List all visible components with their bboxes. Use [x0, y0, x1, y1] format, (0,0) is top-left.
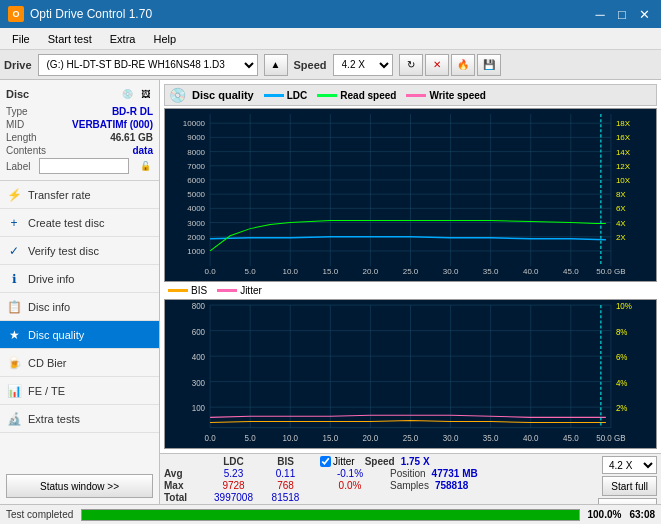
- bottom-legend-bar: BIS Jitter: [164, 284, 657, 297]
- svg-text:6000: 6000: [187, 176, 205, 185]
- svg-text:18X: 18X: [616, 119, 631, 128]
- total-bis: 81518: [263, 492, 308, 503]
- sidebar-item-cd-bier[interactable]: 🍺 CD Bier: [0, 349, 159, 377]
- menu-start-test[interactable]: Start test: [40, 29, 100, 49]
- sidebar-item-verify-test-disc[interactable]: ✓ Verify test disc: [0, 237, 159, 265]
- chart-area: 💿 Disc quality LDC Read speed Write spee…: [160, 80, 661, 453]
- disc-icon-1[interactable]: 💿: [119, 86, 135, 102]
- ldc-header: LDC: [206, 456, 261, 467]
- svg-text:10.0: 10.0: [282, 267, 298, 276]
- speed-select[interactable]: 4.2 X: [333, 54, 393, 76]
- menu-extra[interactable]: Extra: [102, 29, 144, 49]
- disc-mid-row: MID VERBATIMf (000): [6, 119, 153, 130]
- nav-disc-quality-label: Disc quality: [28, 329, 84, 341]
- sidebar-item-create-test-disc[interactable]: + Create test disc: [0, 209, 159, 237]
- svg-text:0.0: 0.0: [205, 434, 217, 443]
- svg-text:3000: 3000: [187, 219, 205, 228]
- burn-icon[interactable]: 🔥: [451, 54, 475, 76]
- start-part-button[interactable]: Start part: [598, 498, 657, 504]
- type-label: Type: [6, 106, 28, 117]
- samples-label: Samples: [390, 480, 429, 491]
- svg-text:0.0: 0.0: [205, 267, 217, 276]
- title-bar-controls[interactable]: ─ □ ✕: [591, 5, 653, 23]
- sidebar-item-transfer-rate[interactable]: ⚡ Transfer rate: [0, 181, 159, 209]
- eject-button[interactable]: ▲: [264, 54, 288, 76]
- pos-value: 47731 MB: [432, 468, 478, 479]
- stats-speed-select[interactable]: 4.2 X: [602, 456, 657, 474]
- disc-header: Disc 💿 🖼: [6, 86, 153, 102]
- disc-icon-2[interactable]: 🖼: [137, 86, 153, 102]
- drive-info-icon: ℹ: [6, 271, 22, 287]
- svg-text:30.0: 30.0: [443, 267, 459, 276]
- legend-read-speed: Read speed: [317, 90, 396, 101]
- legend-write-speed: Write speed: [406, 90, 486, 101]
- legend-read-label: Read speed: [340, 90, 396, 101]
- menu-file[interactable]: File: [4, 29, 38, 49]
- max-jitter: 0.0%: [320, 480, 380, 491]
- sidebar-item-disc-quality[interactable]: ★ Disc quality: [0, 321, 159, 349]
- cd-bier-icon: 🍺: [6, 355, 22, 371]
- legend-jitter-label: Jitter: [240, 285, 262, 296]
- svg-text:9000: 9000: [187, 133, 205, 142]
- svg-text:25.0: 25.0: [403, 434, 419, 443]
- drive-select[interactable]: (G:) HL-DT-ST BD-RE WH16NS48 1.D3: [38, 54, 258, 76]
- svg-text:6X: 6X: [616, 204, 626, 213]
- svg-text:100: 100: [192, 405, 206, 414]
- disc-info-icon: 📋: [6, 299, 22, 315]
- sidebar-item-extra-tests[interactable]: 🔬 Extra tests: [0, 405, 159, 433]
- svg-text:300: 300: [192, 379, 206, 388]
- label-icon[interactable]: 🔓: [137, 158, 153, 174]
- bottom-chart: 800 600 400 300 100 10% 8% 6% 4% 2% 0.0 …: [164, 299, 657, 449]
- disc-type-row: Type BD-R DL: [6, 106, 153, 117]
- label-input[interactable]: [39, 158, 129, 174]
- max-ldc: 9728: [206, 480, 261, 491]
- status-text: Test completed: [6, 509, 73, 520]
- progress-bar: [81, 509, 579, 521]
- svg-text:6%: 6%: [616, 354, 628, 363]
- erase-icon[interactable]: ✕: [425, 54, 449, 76]
- length-value: 46.61 GB: [110, 132, 153, 143]
- minimize-button[interactable]: ─: [591, 5, 609, 23]
- svg-text:400: 400: [192, 354, 206, 363]
- svg-text:25.0: 25.0: [403, 267, 419, 276]
- legend-jitter-color: [217, 289, 237, 292]
- drive-bar: Drive (G:) HL-DT-ST BD-RE WH16NS48 1.D3 …: [0, 50, 661, 80]
- start-full-button[interactable]: Start full: [602, 476, 657, 496]
- menu-help[interactable]: Help: [145, 29, 184, 49]
- refresh-icon[interactable]: ↻: [399, 54, 423, 76]
- legend-bis-color: [168, 289, 188, 292]
- svg-text:2X: 2X: [616, 233, 626, 242]
- avg-ldc: 5.23: [206, 468, 261, 479]
- svg-text:35.0: 35.0: [483, 267, 499, 276]
- stats-total-row: Total 3997008 81518: [164, 492, 594, 503]
- sidebar-item-drive-info[interactable]: ℹ Drive info: [0, 265, 159, 293]
- svg-text:50.0 GB: 50.0 GB: [596, 267, 625, 276]
- verify-test-disc-icon: ✓: [6, 243, 22, 259]
- pos-label: Position: [390, 468, 426, 479]
- stats-bar: LDC BIS Jitter Speed 1.75 X Avg 5.23 0.1…: [160, 453, 661, 504]
- sidebar-item-disc-info[interactable]: 📋 Disc info: [0, 293, 159, 321]
- close-button[interactable]: ✕: [635, 5, 653, 23]
- jitter-checkbox[interactable]: [320, 456, 331, 467]
- menu-bar: File Start test Extra Help: [0, 28, 661, 50]
- nav-transfer-rate-label: Transfer rate: [28, 189, 91, 201]
- svg-text:15.0: 15.0: [323, 434, 339, 443]
- svg-text:800: 800: [192, 302, 206, 311]
- nav-extra-tests-label: Extra tests: [28, 413, 80, 425]
- status-window-button[interactable]: Status window >>: [6, 474, 153, 498]
- chart-legend-top: LDC Read speed Write speed: [264, 90, 486, 101]
- transfer-rate-icon: ⚡: [6, 187, 22, 203]
- svg-text:16X: 16X: [616, 133, 631, 142]
- maximize-button[interactable]: □: [613, 5, 631, 23]
- legend-write-color: [406, 94, 426, 97]
- sidebar-item-fe-te[interactable]: 📊 FE / TE: [0, 377, 159, 405]
- svg-text:1000: 1000: [187, 247, 205, 256]
- disc-section: Disc 💿 🖼 Type BD-R DL MID VERBATIMf (000…: [0, 80, 159, 181]
- bis-header: BIS: [263, 456, 308, 467]
- avg-bis: 0.11: [263, 468, 308, 479]
- svg-text:45.0: 45.0: [563, 434, 579, 443]
- save-icon[interactable]: 💾: [477, 54, 501, 76]
- svg-text:40.0: 40.0: [523, 434, 539, 443]
- svg-text:15.0: 15.0: [323, 267, 339, 276]
- stats-table: LDC BIS Jitter Speed 1.75 X Avg 5.23 0.1…: [164, 456, 594, 503]
